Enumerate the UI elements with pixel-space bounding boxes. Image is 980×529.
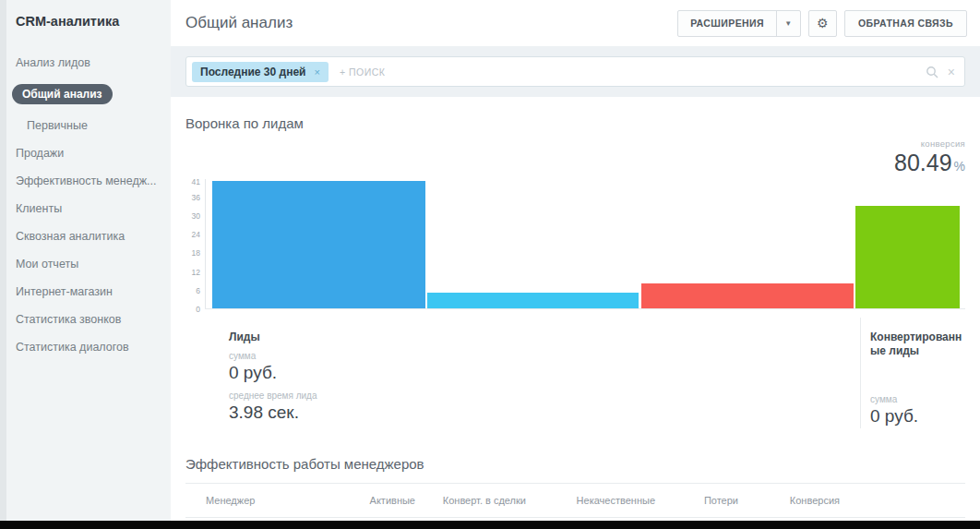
chevron-down-icon[interactable]: ▼ xyxy=(777,19,800,28)
sidebar-title: CRM-аналитика xyxy=(0,0,171,29)
y-axis-tick: 36 xyxy=(185,193,200,202)
filter-band: Последние 30 дней × + поиск × xyxy=(171,46,980,97)
sidebar-item-4[interactable]: Эффективность менедж... xyxy=(0,167,171,195)
table-column-header-5: Конверсия xyxy=(738,495,840,506)
filter-icons: × xyxy=(926,65,955,79)
sidebar-item-10[interactable]: Статистика диалогов xyxy=(0,333,171,361)
y-axis-tick: 12 xyxy=(185,268,200,277)
table-column-header-0: Менеджер xyxy=(206,495,305,506)
funnel-info-row: Лиды сумма 0 руб. среднее время лида 3.9… xyxy=(185,318,965,432)
sidebar-item-6[interactable]: Сквозная аналитика xyxy=(0,222,171,250)
page-title: Общий анализ xyxy=(185,14,293,32)
sidebar-edge-strip xyxy=(0,0,6,521)
funnel-bar-лиды[interactable] xyxy=(212,181,425,308)
main-area: Общий анализ РАСШИРЕНИЯ ▼ ⚙ ОБРАТНАЯ СВЯ… xyxy=(171,0,980,521)
y-axis-tick: 6 xyxy=(185,286,200,295)
filter-tag-period[interactable]: Последние 30 дней × xyxy=(192,62,329,82)
leads-avg-value: 3.98 сек. xyxy=(229,403,965,423)
filter-tag-label: Последние 30 дней xyxy=(200,66,305,78)
leads-sum-value: 0 руб. xyxy=(229,363,965,383)
sidebar-item-1[interactable]: Общий анализ xyxy=(0,77,171,112)
filter-tag-close-icon[interactable]: × xyxy=(314,66,319,78)
converted-sum-value: 0 руб. xyxy=(870,406,965,427)
extensions-button-group: РАСШИРЕНИЯ ▼ xyxy=(677,10,801,37)
x-axis-baseline xyxy=(205,308,965,309)
funnel-plot: конверсия 80.49% 41363024181260 xyxy=(185,133,965,318)
extensions-button[interactable]: РАСШИРЕНИЯ xyxy=(678,18,776,29)
sidebar: CRM-аналитика Анализ лидовОбщий анализПе… xyxy=(0,0,171,521)
funnel-bar-2[interactable] xyxy=(641,283,854,308)
y-axis-line xyxy=(205,179,206,308)
sidebar-item-5[interactable]: Клиенты xyxy=(0,195,171,222)
topbar-actions: РАСШИРЕНИЯ ▼ ⚙ ОБРАТНАЯ СВЯЗЬ xyxy=(677,10,967,37)
conversion-label: конверсия xyxy=(894,138,965,149)
crm-analytics-screen: CRM-аналитика Анализ лидовОбщий анализПе… xyxy=(0,0,980,529)
sidebar-nav: Анализ лидовОбщий анализПервичныеПродажи… xyxy=(0,49,171,361)
leads-title: Лиды xyxy=(229,331,965,343)
converted-sum-label: сумма xyxy=(870,394,965,404)
conversion-value: 80.49 xyxy=(894,150,952,175)
table-column-header-3: Некачественные xyxy=(526,495,655,506)
leads-avg-label: среднее время лида xyxy=(229,391,965,401)
funnel-info-left: Лиды сумма 0 руб. среднее время лида 3.9… xyxy=(185,318,965,423)
leads-sum-label: сумма xyxy=(229,351,965,361)
y-axis-tick: 24 xyxy=(185,230,200,239)
gear-icon: ⚙ xyxy=(817,16,829,30)
managers-section-title: Эффективность работы менеджеров xyxy=(185,456,965,484)
sidebar-item-2[interactable]: Первичные xyxy=(0,112,171,139)
funnel-bar-1[interactable] xyxy=(427,293,639,308)
filter-clear-icon[interactable]: × xyxy=(948,65,955,79)
sidebar-item-9[interactable]: Статистика звонков xyxy=(0,306,171,333)
converted-leads-title: Конвертированные лиды xyxy=(870,331,965,358)
sidebar-item-7[interactable]: Мои отчеты xyxy=(0,250,171,278)
conversion-block: конверсия 80.49% xyxy=(894,138,965,176)
feedback-button-label: ОБРАТНАЯ СВЯЗЬ xyxy=(858,18,953,29)
y-axis-tick: 18 xyxy=(185,248,200,258)
table-column-header-1: Активные xyxy=(305,495,415,506)
table-column-header-4: Потери xyxy=(655,495,738,506)
sidebar-active-pill[interactable]: Общий анализ xyxy=(12,84,113,104)
filter-search-input[interactable]: Последние 30 дней × + поиск × xyxy=(185,56,965,87)
topbar: Общий анализ РАСШИРЕНИЯ ▼ ⚙ ОБРАТНАЯ СВЯ… xyxy=(171,0,980,46)
screen-bottom-edge xyxy=(0,521,980,529)
funnel-chart-card: конверсия 80.49% 41363024181260 Лиды сум… xyxy=(185,133,965,432)
settings-button[interactable]: ⚙ xyxy=(808,10,837,37)
funnel-bar-конвертированные-лиды[interactable] xyxy=(855,206,960,308)
managers-table-header: МенеджерАктивныеКонверт. в сделкиНекачес… xyxy=(185,484,965,518)
feedback-button[interactable]: ОБРАТНАЯ СВЯЗЬ xyxy=(844,10,967,37)
table-column-header-2: Конверт. в сделки xyxy=(415,495,526,506)
sidebar-item-8[interactable]: Интернет-магазин xyxy=(0,278,171,306)
y-axis-tick: 0 xyxy=(185,305,200,314)
conversion-unit: % xyxy=(954,159,965,174)
search-icon[interactable] xyxy=(926,66,938,78)
filter-placeholder[interactable]: + поиск xyxy=(340,66,926,78)
y-axis-tick: 30 xyxy=(185,211,200,221)
funnel-info-right: Конвертированные лиды сумма 0 руб. xyxy=(860,318,965,428)
sidebar-item-0[interactable]: Анализ лидов xyxy=(0,49,171,77)
sidebar-item-3[interactable]: Продажи xyxy=(0,139,171,167)
y-axis-tick: 41 xyxy=(185,177,200,186)
funnel-section-title: Воронка по лидам xyxy=(185,115,965,131)
